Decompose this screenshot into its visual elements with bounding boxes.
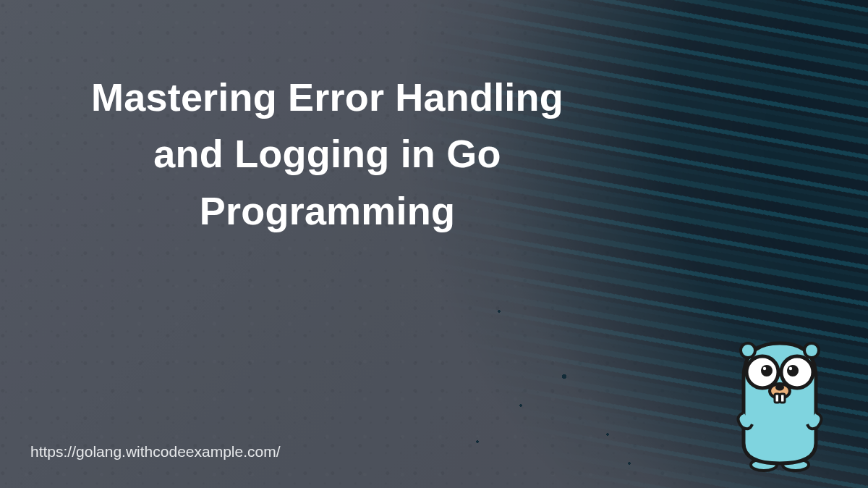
svg-point-2 <box>741 343 755 358</box>
go-gopher-icon <box>722 335 838 472</box>
svg-point-6 <box>761 365 773 376</box>
svg-rect-13 <box>780 394 786 403</box>
svg-rect-12 <box>775 394 780 403</box>
svg-point-3 <box>804 343 819 358</box>
svg-point-8 <box>763 367 766 370</box>
hero-banner: Mastering Error Handling and Logging in … <box>0 0 868 488</box>
svg-point-7 <box>787 365 799 376</box>
svg-point-9 <box>789 367 792 370</box>
svg-point-11 <box>775 384 784 391</box>
hero-title: Mastering Error Handling and Logging in … <box>0 69 593 239</box>
source-url-text: https://golang.withcodeexample.com/ <box>30 443 281 460</box>
